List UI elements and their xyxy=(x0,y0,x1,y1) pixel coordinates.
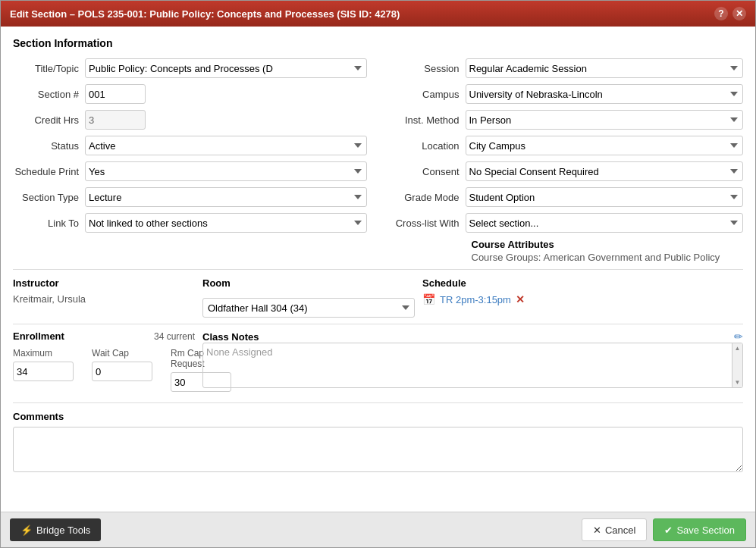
wait-cap-label: Wait Cap xyxy=(92,348,152,359)
instructor-col: Instructor Kreitmair, Ursula xyxy=(13,277,195,318)
class-notes-col: Class Notes ✏ None Assigned ▲ ▼ xyxy=(202,330,743,392)
schedule-delete-icon[interactable]: ✕ xyxy=(516,293,525,305)
location-label: Location xyxy=(390,140,466,152)
cross-list-label: Cross-list With xyxy=(390,218,466,229)
left-column: Title/Topic Public Policy: Concepts and … xyxy=(13,58,367,263)
grade-mode-select[interactable]: Student Option xyxy=(466,187,744,207)
campus-label: Campus xyxy=(390,89,466,100)
schedule-print-row: Schedule Print Yes xyxy=(13,161,367,181)
bridge-tools-label: Bridge Tools xyxy=(36,525,90,536)
modal-header: Edit Section – POLS 235-001: Public Poli… xyxy=(1,1,755,27)
cancel-label: Cancel xyxy=(605,525,635,536)
class-notes-section: Class Notes ✏ None Assigned ▲ ▼ xyxy=(202,330,743,388)
status-select[interactable]: Active xyxy=(85,136,367,155)
consent-row: Consent No Special Consent Required xyxy=(390,161,744,181)
credit-hrs-row: Credit Hrs xyxy=(13,110,367,130)
grade-mode-row: Grade Mode Student Option xyxy=(390,187,744,207)
enrollment-col: Enrollment 34 current Maximum Wait Cap R… xyxy=(13,330,195,392)
comments-label: Comments xyxy=(13,411,743,422)
cross-list-row: Cross-list With Select section... xyxy=(390,213,744,233)
title-topic-row: Title/Topic Public Policy: Concepts and … xyxy=(13,58,367,78)
course-attrs-detail: Course Groups: American Government and P… xyxy=(472,252,744,263)
consent-select[interactable]: No Special Consent Required xyxy=(466,161,744,181)
close-icon[interactable]: ✕ xyxy=(732,7,746,20)
bridge-tools-button[interactable]: ⚡ Bridge Tools xyxy=(10,518,101,541)
session-label: Session xyxy=(390,63,466,74)
scrollbar: ▲ ▼ xyxy=(732,343,742,387)
inst-method-select[interactable]: In Person xyxy=(466,110,744,130)
location-row: Location City Campus xyxy=(390,136,744,155)
save-checkmark-icon: ✔ xyxy=(664,525,673,536)
credit-hrs-input xyxy=(85,110,146,130)
inst-method-row: Inst. Method In Person xyxy=(390,110,744,130)
course-groups-label: Course Groups: xyxy=(472,252,541,263)
session-row: Session Regular Academic Session xyxy=(390,58,744,78)
link-to-row: Link To Not linked to other sections xyxy=(13,213,367,233)
class-notes-content: None Assigned xyxy=(203,343,732,388)
save-button[interactable]: ✔ Save Section xyxy=(653,518,746,541)
schedule-label: Schedule xyxy=(422,277,743,289)
scroll-down-icon[interactable]: ▼ xyxy=(735,379,741,386)
schedule-print-label: Schedule Print xyxy=(13,166,85,177)
modal-title: Edit Section – POLS 235-001: Public Poli… xyxy=(10,8,400,20)
inst-method-label: Inst. Method xyxy=(390,114,466,126)
link-to-label: Link To xyxy=(13,218,85,229)
schedule-col: Schedule 📅 TR 2pm-3:15pm ✕ xyxy=(422,277,743,318)
consent-label: Consent xyxy=(390,166,466,177)
wait-cap-input[interactable] xyxy=(92,362,152,381)
title-topic-label: Title/Topic xyxy=(13,63,85,74)
maximum-field: Maximum xyxy=(13,348,74,392)
wait-cap-field: Wait Cap xyxy=(92,348,152,392)
class-notes-edit-icon[interactable]: ✏ xyxy=(734,330,743,343)
comments-section: Comments xyxy=(13,402,743,474)
section-type-label: Section Type xyxy=(13,192,85,203)
enrollment-label: Enrollment xyxy=(13,330,64,342)
right-column: Session Regular Academic Session Campus … xyxy=(390,58,744,263)
modal-body: Section Information Title/Topic Public P… xyxy=(1,27,755,512)
title-topic-select[interactable]: Public Policy: Concepts and Processes (D xyxy=(85,58,367,78)
maximum-label: Maximum xyxy=(13,348,74,359)
section-type-select[interactable]: Lecture xyxy=(85,187,367,207)
section-num-row: Section # xyxy=(13,84,367,104)
footer-right: ✕ Cancel ✔ Save Section xyxy=(582,518,746,541)
course-attributes: Course Attributes Course Groups: America… xyxy=(390,239,744,263)
room-label: Room xyxy=(202,277,415,289)
comments-textarea[interactable] xyxy=(13,427,743,472)
class-notes-header: Class Notes ✏ xyxy=(202,330,743,343)
form-grid: Title/Topic Public Policy: Concepts and … xyxy=(13,58,743,263)
schedule-print-select[interactable]: Yes xyxy=(85,161,367,181)
session-select[interactable]: Regular Academic Session xyxy=(466,58,744,78)
enroll-fields: Maximum Wait Cap Rm Cap Request xyxy=(13,348,195,392)
link-to-select[interactable]: Not linked to other sections xyxy=(85,213,367,233)
location-select[interactable]: City Campus xyxy=(466,136,744,155)
status-label: Status xyxy=(13,140,85,152)
maximum-input[interactable] xyxy=(13,362,74,381)
room-select[interactable]: Oldfather Hall 304 (34) xyxy=(202,298,415,318)
cross-list-select[interactable]: Select section... xyxy=(466,213,744,233)
save-label: Save Section xyxy=(676,525,735,536)
header-icons: ? ✕ xyxy=(714,7,746,20)
enrollment-notes-row: Enrollment 34 current Maximum Wait Cap R… xyxy=(13,330,743,392)
credit-hrs-label: Credit Hrs xyxy=(13,114,85,126)
enrollment-header: Enrollment 34 current xyxy=(13,330,195,342)
room-col: Room Oldfather Hall 304 (34) xyxy=(202,277,415,318)
cancel-button[interactable]: ✕ Cancel xyxy=(582,518,647,541)
scroll-up-icon[interactable]: ▲ xyxy=(735,345,741,352)
instructor-name: Kreitmair, Ursula xyxy=(13,293,195,305)
help-icon[interactable]: ? xyxy=(714,7,728,20)
section-type-row: Section Type Lecture xyxy=(13,187,367,207)
grade-mode-label: Grade Mode xyxy=(390,192,466,203)
modal-window: Edit Section – POLS 235-001: Public Poli… xyxy=(0,0,756,548)
course-groups-value: American Government and Public Policy xyxy=(544,252,720,263)
section-num-label: Section # xyxy=(13,89,85,100)
schedule-text[interactable]: TR 2pm-3:15pm xyxy=(440,294,511,305)
calendar-icon: 📅 xyxy=(422,293,435,305)
class-notes-label: Class Notes xyxy=(202,331,259,343)
instructor-label: Instructor xyxy=(13,277,195,289)
course-attrs-title: Course Attributes xyxy=(472,239,744,250)
status-row: Status Active xyxy=(13,136,367,155)
campus-select[interactable]: University of Nebraska-Lincoln xyxy=(466,84,744,104)
cancel-icon: ✕ xyxy=(593,525,601,536)
section-num-input[interactable] xyxy=(85,84,146,104)
modal-footer: ⚡ Bridge Tools ✕ Cancel ✔ Save Section xyxy=(1,512,755,547)
